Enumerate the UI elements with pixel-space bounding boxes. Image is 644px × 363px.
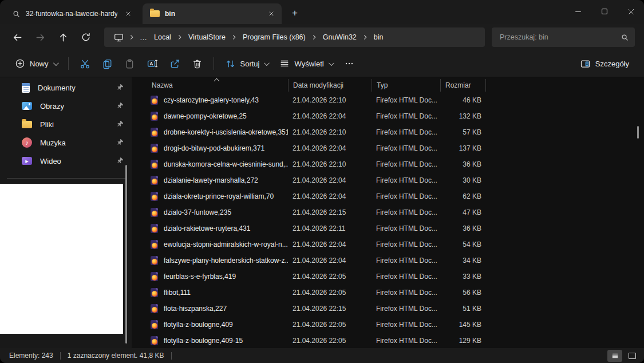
tab-bin-active[interactable]: bin — [143, 3, 282, 24]
file-type: Firefox HTML Doc... — [372, 160, 440, 168]
file-row[interactable]: flibot,111 21.04.2026 22:05 Firefox HTML… — [132, 285, 644, 301]
file-name-cell: ewolucja-stopni-admiralskich-w-royal-n..… — [145, 240, 288, 249]
share-button[interactable] — [164, 54, 186, 73]
breadcrumb-segment-current[interactable]: bin — [370, 33, 387, 41]
file-row[interactable]: dzialanie-lawety-marshalla,272 21.04.202… — [132, 172, 644, 188]
firefox-html-doc-icon — [151, 336, 158, 345]
firefox-html-doc-icon — [151, 144, 158, 153]
file-size: 36 KB — [440, 160, 486, 168]
file-modified: 21.04.2026 22:04 — [288, 144, 372, 152]
file-name-cell: feurblas-s-e-fyrblas,419 — [145, 272, 288, 281]
maximize-button[interactable] — [591, 0, 618, 23]
close-window-button[interactable] — [618, 0, 644, 23]
file-type: Firefox HTML Doc... — [372, 192, 440, 200]
file-modified: 21.04.2026 22:05 — [288, 289, 372, 297]
rename-button[interactable] — [141, 54, 164, 73]
share-icon — [169, 58, 180, 69]
forward-button[interactable] — [29, 27, 52, 47]
file-size: 51 KB — [440, 305, 486, 313]
sidebar-scrollbar[interactable] — [125, 165, 127, 344]
breadcrumb-segment[interactable]: Local — [151, 33, 175, 41]
minimize-button[interactable] — [565, 0, 591, 23]
sidebar-item[interactable]: Wideo — [0, 152, 132, 170]
file-name: feurblas-s-e-fyrblas,419 — [164, 273, 236, 281]
this-pc-icon[interactable] — [111, 32, 127, 43]
sidebar-item[interactable]: Dokumenty — [0, 78, 132, 97]
file-row[interactable]: drogi-do-bitwy-pod-abukirem,371 21.04.20… — [132, 140, 644, 156]
file-row[interactable]: feurblas-s-e-fyrblas,419 21.04.2026 22:0… — [132, 269, 644, 285]
file-type: Firefox HTML Doc... — [372, 208, 440, 216]
file-row[interactable]: ewolucja-stopni-admiralskich-w-royal-n..… — [132, 236, 644, 252]
breadcrumb-overflow-button[interactable]: … — [137, 33, 151, 42]
file-row[interactable]: falszywe-plany-holenderskich-statkow-z..… — [132, 252, 644, 269]
breadcrumb[interactable]: … Local VirtualStore Program Files (x86)… — [104, 27, 485, 47]
large-icons-view-toggle[interactable] — [625, 350, 639, 362]
file-name-cell: drobne-korekty-i-uscislenia-okretowe,351 — [145, 128, 288, 137]
search-box[interactable] — [492, 27, 635, 47]
file-row[interactable]: drobne-korekty-i-uscislenia-okretowe,351… — [132, 124, 644, 140]
file-type: Firefox HTML Doc... — [372, 257, 440, 265]
cut-button[interactable] — [74, 54, 96, 73]
new-tab-button[interactable]: + — [286, 5, 303, 22]
tab-search-results[interactable]: 32-funtowka-na-lawecie-hardy — [5, 3, 139, 24]
file-row[interactable]: dzialo-rakietowe-ruytera,431 21.04.2026 … — [132, 220, 644, 236]
sort-button[interactable]: Sortuj — [219, 54, 274, 73]
sidebar-item[interactable]: Pliki — [0, 115, 132, 133]
file-size: 132 KB — [440, 112, 486, 120]
more-options-button[interactable] — [338, 54, 360, 73]
file-modified: 21.04.2026 22:05 — [288, 321, 372, 329]
column-header-type[interactable]: Typ — [372, 79, 440, 92]
view-button[interactable]: Wyświetl — [274, 54, 338, 73]
sidebar-item[interactable]: Obrazy — [0, 97, 132, 115]
details-view-toggle[interactable] — [607, 350, 622, 362]
close-tab-icon[interactable] — [123, 8, 134, 19]
file-name-cell: dzialo-rakietowe-ruytera,431 — [145, 224, 288, 233]
list-scrollbar[interactable] — [637, 126, 639, 139]
breadcrumb-segment[interactable]: VirtualStore — [185, 33, 229, 41]
file-type: Firefox HTML Doc... — [372, 224, 440, 232]
file-explorer-window: 32-funtowka-na-lawecie-hardy bin + — [0, 0, 644, 363]
file-name: flota-hiszpanska,227 — [164, 305, 227, 313]
new-button-label: Nowy — [30, 60, 49, 68]
file-row[interactable]: flotylla-z-boulogne,409 21.04.2026 22:05… — [132, 317, 644, 333]
file-size: 46 KB — [440, 96, 486, 104]
file-name: drobne-korekty-i-uscislenia-okretowe,351 — [164, 128, 288, 136]
file-type: Firefox HTML Doc... — [372, 96, 440, 104]
refresh-button[interactable] — [74, 27, 97, 47]
breadcrumb-segment[interactable]: Program Files (x86) — [239, 33, 309, 41]
new-button[interactable]: Nowy — [9, 54, 63, 73]
file-type: Firefox HTML Doc... — [372, 176, 440, 184]
file-row[interactable]: flota-hiszpanska,227 21.04.2026 22:15 Fi… — [132, 301, 644, 317]
close-tab-icon[interactable] — [266, 8, 277, 19]
back-button[interactable] — [6, 27, 29, 47]
breadcrumb-segment[interactable]: GnuWin32 — [319, 33, 360, 41]
chevron-right-icon — [309, 34, 319, 41]
details-pane-button[interactable]: Szczegóły — [574, 54, 635, 73]
paste-button[interactable] — [118, 54, 141, 73]
column-header-size[interactable]: Rozmiar — [440, 79, 486, 92]
file-type: Firefox HTML Doc... — [372, 337, 440, 345]
firefox-html-doc-icon — [151, 240, 158, 249]
file-row[interactable]: dawne-pompy-okretowe,25 21.04.2026 22:04… — [132, 108, 644, 124]
file-row[interactable]: flotylla-z-boulogne,409-15 21.04.2026 22… — [132, 333, 644, 348]
file-size: 33 KB — [440, 273, 486, 281]
search-input[interactable] — [499, 33, 621, 42]
file-modified: 21.04.2026 22:15 — [288, 208, 372, 216]
file-row[interactable]: dzialo-37-funtowe,235 21.04.2026 22:15 F… — [132, 204, 644, 220]
toolbar-divider — [214, 57, 214, 70]
file-row[interactable]: czy-starozytne-galery-tonely,43 21.04.20… — [132, 92, 644, 108]
view-button-label: Wyświetl — [294, 60, 323, 68]
file-row[interactable]: dunska-komora-celna-w-ciesninie-sund,...… — [132, 156, 644, 172]
status-divider — [171, 352, 172, 360]
file-row[interactable]: dziala-okretu-prince-royal-william,70 21… — [132, 188, 644, 204]
search-icon — [12, 10, 21, 18]
search-icon[interactable] — [621, 33, 629, 42]
file-name-cell: flotylla-z-boulogne,409 — [145, 320, 288, 329]
delete-button[interactable] — [186, 54, 208, 73]
up-button[interactable] — [52, 27, 74, 47]
column-header-modified[interactable]: Data modyfikacji — [288, 79, 372, 92]
copy-icon — [102, 58, 113, 69]
sidebar-item[interactable]: Muzyka — [0, 133, 132, 152]
chevron-down-icon — [329, 60, 334, 66]
copy-button[interactable] — [96, 54, 118, 73]
